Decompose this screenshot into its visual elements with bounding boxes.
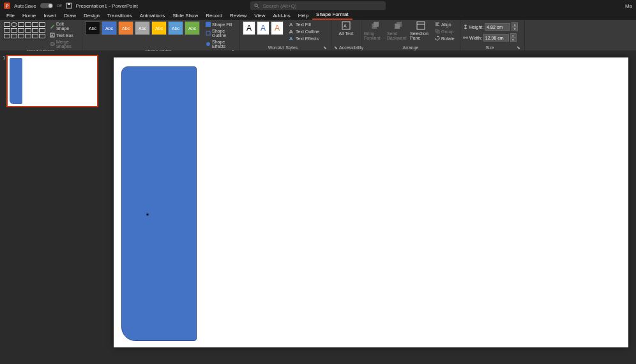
height-down[interactable]: ▾ <box>511 27 518 31</box>
svg-rect-19 <box>395 24 400 29</box>
thumbnail-shape <box>10 58 22 104</box>
wordart-dialog-launcher[interactable]: ⬊ <box>323 45 328 50</box>
tab-help[interactable]: Help <box>294 11 312 20</box>
text-outline-icon: A <box>289 29 294 34</box>
bring-forward-icon <box>370 21 379 30</box>
search-input[interactable] <box>261 3 382 10</box>
edit-shape-button[interactable]: Edit Shape <box>48 21 79 31</box>
align-icon <box>435 22 440 27</box>
tab-animations[interactable]: Animations <box>136 11 169 20</box>
style-tile[interactable]: Abc <box>102 21 117 35</box>
style-tile[interactable]: Abc <box>151 21 167 35</box>
group-size: Height: ▴▾ Width: ▴▾ Size ⬊ <box>460 20 525 50</box>
workspace: 1 ✶ <box>0 51 636 364</box>
shapes-gallery[interactable] <box>3 21 47 40</box>
svg-text:A: A <box>51 33 54 37</box>
height-icon <box>463 24 468 29</box>
width-label: Width: <box>469 36 482 40</box>
tab-addins[interactable]: Add-ins <box>269 11 294 20</box>
tab-shape-format[interactable]: Shape Format <box>312 10 352 20</box>
wordart-tile[interactable]: A <box>243 21 255 35</box>
svg-line-3 <box>257 6 258 8</box>
accessibility-dialog-launcher[interactable]: ⬊ <box>334 45 339 50</box>
slide[interactable]: ✶ <box>114 57 628 347</box>
powerpoint-icon: P <box>4 3 10 9</box>
shape-effects-button[interactable]: Shape Effects <box>204 39 237 49</box>
group-label-size: Size <box>463 45 517 50</box>
send-backward-icon <box>393 21 402 30</box>
autosave-label: AutoSave <box>14 3 36 9</box>
tab-file[interactable]: File <box>3 11 19 20</box>
shape-outline-button[interactable]: Shape Outline <box>204 28 237 38</box>
group-insert-shapes: Edit Shape AText Box Merge Shapes Insert… <box>0 20 82 50</box>
style-tile[interactable]: Abc <box>168 21 183 35</box>
height-input[interactable] <box>485 23 510 31</box>
search-icon <box>254 3 259 8</box>
text-box-button[interactable]: AText Box <box>48 32 79 38</box>
autosave-state: Off <box>57 4 62 8</box>
text-fill-icon: A <box>289 22 294 27</box>
height-label: Height: <box>469 25 483 29</box>
selection-pane-button[interactable]: Selection Pane <box>410 21 432 40</box>
merge-shapes-button: Merge Shapes <box>48 39 79 49</box>
group-arrange: Bring Forward Send Backward Selection Pa… <box>361 20 460 50</box>
tab-transitions[interactable]: Transitions <box>103 11 136 20</box>
width-icon <box>463 35 468 40</box>
group-accessibility: A Alt Text ⬊ Accessibility <box>331 20 361 50</box>
text-outline-button[interactable]: AText Outline <box>287 28 321 34</box>
svg-rect-9 <box>206 31 210 35</box>
alt-text-icon: A <box>342 21 351 30</box>
tab-draw[interactable]: Draw <box>60 11 80 20</box>
width-down[interactable]: ▾ <box>510 38 517 42</box>
bring-forward-button: Bring Forward <box>364 21 386 40</box>
tab-design[interactable]: Design <box>80 11 103 20</box>
tab-slideshow[interactable]: Slide Show <box>169 11 202 20</box>
align-button[interactable]: Align <box>433 21 457 27</box>
ribbon-tabs: File Home Insert Draw Design Transitions… <box>0 11 636 20</box>
width-up[interactable]: ▴ <box>510 33 517 38</box>
shape-fill-button[interactable]: Shape Fill <box>204 21 237 27</box>
text-effects-button[interactable]: AText Effects <box>287 35 321 42</box>
svg-rect-17 <box>374 22 379 27</box>
slide-thumbnail-panel[interactable]: 1 <box>0 51 106 364</box>
autosave-toggle[interactable] <box>40 3 53 8</box>
wordart-tile[interactable]: A <box>271 21 284 35</box>
alt-text-button[interactable]: A Alt Text <box>335 21 357 36</box>
text-fill-button[interactable]: AText Fill <box>287 21 321 27</box>
tab-home[interactable]: Home <box>19 11 40 20</box>
text-effects-icon: A <box>289 36 294 41</box>
svg-text:A: A <box>289 36 293 41</box>
style-tile[interactable]: Abc <box>135 21 150 35</box>
slide-thumbnail-1[interactable] <box>6 55 98 107</box>
shape-styles-gallery[interactable]: Abc Abc Abc Abc Abc Abc Abc <box>85 21 200 35</box>
wordart-gallery[interactable]: A A A <box>243 21 284 35</box>
rounded-rectangle-shape[interactable] <box>121 66 197 341</box>
wordart-tile[interactable]: A <box>257 21 269 35</box>
text-cursor-icon: ✶ <box>146 211 149 218</box>
style-tile[interactable]: Abc <box>118 21 133 35</box>
group-button: Group <box>433 28 457 34</box>
style-tile[interactable]: Abc <box>85 21 100 35</box>
width-input[interactable] <box>483 34 509 42</box>
svg-rect-1 <box>68 3 70 5</box>
height-up[interactable]: ▴ <box>511 22 518 27</box>
size-dialog-launcher[interactable]: ⬊ <box>517 45 522 50</box>
svg-text:A: A <box>344 24 347 28</box>
rotate-icon <box>435 36 440 41</box>
effects-icon <box>206 42 211 47</box>
style-tile[interactable]: Abc <box>185 21 200 35</box>
slide-number: 1 <box>3 55 5 107</box>
title-bar: P AutoSave Off Presentation1 - PowerPoin… <box>0 0 636 11</box>
group-icon <box>435 29 440 34</box>
save-icon[interactable] <box>66 3 72 9</box>
group-label-accessibility: Accessibility <box>339 45 363 50</box>
slide-canvas-area[interactable]: ✶ <box>106 51 636 364</box>
user-name[interactable]: Ma <box>625 3 632 9</box>
group-label-arrange: Arrange <box>364 45 457 50</box>
tab-review[interactable]: Review <box>226 11 250 20</box>
tab-record[interactable]: Record <box>202 11 226 20</box>
search-box[interactable] <box>250 1 386 10</box>
tab-insert[interactable]: Insert <box>40 11 60 20</box>
tab-view[interactable]: View <box>250 11 269 20</box>
rotate-button[interactable]: Rotate <box>433 35 457 42</box>
